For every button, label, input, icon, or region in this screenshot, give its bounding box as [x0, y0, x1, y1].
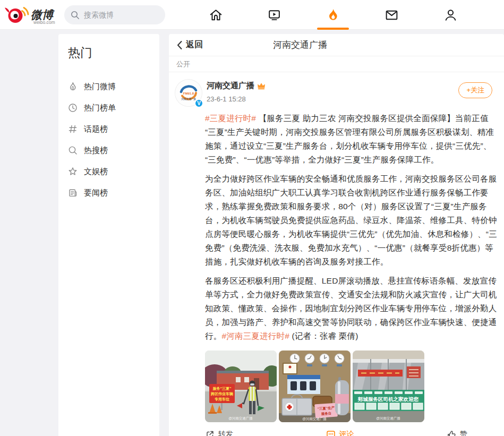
sidebar-item-label: 话题榜	[84, 124, 108, 134]
main-header: 返回 河南交通广播	[169, 34, 504, 56]
photo-watermark: @河南交通广播	[228, 416, 253, 421]
hash-icon	[68, 124, 78, 134]
post-image-grid: 服务“三夏” 跨区作业车辆 专用车位	[205, 350, 498, 422]
repost-icon	[205, 430, 215, 436]
mail-icon	[385, 8, 399, 22]
chevron-left-icon	[176, 40, 183, 50]
visibility-label: 公开	[169, 56, 504, 72]
like-icon	[447, 430, 456, 436]
sidebar-title: 热门	[58, 34, 159, 61]
post-photo-1[interactable]: 服务“三夏” 跨区作业车辆 专用车位	[205, 350, 277, 422]
page-title: 河南交通广播	[190, 39, 410, 51]
sidebar: 热门 热门微博 热门榜单	[58, 34, 159, 436]
svg-text:河南交通广播: 河南交通广播	[181, 97, 196, 101]
weibo-logo[interactable]: 微博 weibo.com	[4, 4, 63, 26]
sidebar-item-label: 热搜榜	[84, 146, 108, 156]
post-body: #三夏进行时# 【服务三夏 助力三农 河南交投服务区提供全面保障】当前正值“三夏…	[205, 112, 498, 343]
sidebar-item-label: 热门榜单	[84, 103, 116, 113]
post-action-bar: 转发 评论 赞	[205, 430, 467, 436]
repost-button[interactable]: 转发	[205, 430, 233, 436]
clock-icon	[68, 103, 78, 113]
verified-badge: V	[194, 99, 203, 108]
photo-sign-line: 服务“三夏”	[212, 387, 232, 391]
main-panel: 返回 河南交通广播 公开 FM91.8 河南交通广播 V 河南交通广播	[169, 34, 504, 436]
svg-text:FM91.8: FM91.8	[183, 92, 194, 95]
comment-icon	[326, 430, 336, 436]
profile-icon	[443, 8, 458, 22]
like-label: 赞	[460, 430, 467, 436]
search-icon	[68, 146, 78, 155]
sidebar-item-hot-search[interactable]: 热搜榜	[58, 140, 159, 161]
hashtag-link[interactable]: #河南三夏进行时#	[221, 331, 289, 340]
back-label: 返回	[186, 39, 203, 50]
sidebar-item-entertainment[interactable]: 文娱榜	[58, 161, 159, 182]
like-button[interactable]: 赞	[447, 430, 467, 436]
photo-watermark: @河南交通广播	[376, 416, 400, 421]
hashtag-link[interactable]: #三夏进行时#	[205, 114, 256, 123]
comment-button[interactable]: 评论	[326, 430, 354, 436]
sidebar-item-news[interactable]: 要闻榜	[58, 182, 159, 203]
weibo-logo-subtitle: weibo.com	[33, 20, 55, 25]
video-icon	[267, 8, 281, 22]
photo-watermark: @河南交通广播	[302, 417, 327, 421]
post-text: 为全力做好跨区作业车辆的安全畅通和优质服务工作，河南交投服务区公司各服务区、加油…	[205, 174, 497, 266]
post-text: 各服务区还积极利用广播提醒、LED屏滚动播放、悬挂宣传标语条幅、发放宣传单等方式…	[205, 276, 497, 340]
author-info: 河南交通广播 23-6-1 15:28	[207, 80, 266, 103]
photo-1-illustration: 服务“三夏” 跨区作业车辆 专用车位	[205, 350, 277, 422]
sidebar-item-label: 要闻榜	[84, 188, 108, 198]
post-photo-2[interactable]: “三夏”生产 服务台 @河南交通广播	[279, 350, 351, 422]
nav-hot[interactable]	[320, 0, 346, 30]
photo-2-illustration: “三夏”生产 服务台 @河南交通广播	[279, 350, 351, 422]
sidebar-item-hot-weibo[interactable]: 热门微博	[58, 76, 159, 97]
photo-banner-text: 郏城服务区司机之家欢迎您	[357, 396, 419, 402]
post-timestamp[interactable]: 23-6-1 15:28	[207, 95, 266, 103]
back-button[interactable]: 返回	[176, 39, 203, 50]
nav-messages[interactable]	[379, 0, 405, 30]
home-icon	[209, 8, 223, 22]
post-paragraph: 各服务区还积极利用广播提醒、LED屏滚动播放、悬挂宣传标语条幅、发放宣传单等方式…	[205, 274, 498, 343]
topbar: 微博 weibo.com	[0, 0, 504, 30]
post-text: (记者：张睿 栗倩)	[289, 331, 358, 340]
sidebar-item-topics[interactable]: 话题榜	[58, 118, 159, 140]
nav-home[interactable]	[203, 0, 228, 30]
repost-label: 转发	[218, 430, 233, 436]
post-paragraph: #三夏进行时# 【服务三夏 助力三农 河南交投服务区提供全面保障】当前正值“三夏…	[205, 112, 498, 167]
sidebar-item-label: 热门微博	[84, 82, 116, 92]
author-name[interactable]: 河南交通广播	[207, 81, 254, 91]
fire-icon	[326, 7, 340, 22]
photo-3-illustration: 郏城服务区司机之家欢迎您 @河南交通广播	[353, 350, 424, 422]
active-tab-underline	[317, 28, 349, 30]
avatar[interactable]: FM91.8 河南交通广播 V	[175, 80, 202, 106]
photo-sign-line: 跨区作业车辆	[210, 391, 233, 396]
weibo-eye-icon	[5, 7, 28, 23]
sidebar-item-hot-rankings[interactable]: 热门榜单	[58, 97, 159, 118]
sidebar-item-label: 文娱榜	[84, 167, 108, 177]
post-photo-3[interactable]: 郏城服务区司机之家欢迎您 @河南交通广播	[353, 350, 424, 422]
weibo-post: FM91.8 河南交通广播 V 河南交通广播 23-6-1 15:28 +关注 …	[169, 72, 504, 436]
weibo-logo-title: 微博	[31, 8, 55, 21]
search-input[interactable]	[84, 11, 153, 19]
follow-button[interactable]: +关注	[458, 82, 492, 98]
search-icon	[71, 11, 80, 20]
nav-profile[interactable]	[438, 0, 463, 30]
photo-sign-line: 专用车位	[214, 397, 229, 401]
search-box[interactable]	[64, 5, 165, 24]
top-navigation	[203, 0, 463, 30]
star-icon	[68, 167, 78, 176]
flame-icon	[68, 82, 78, 91]
comment-label: 评论	[339, 430, 354, 436]
crown-icon	[257, 82, 266, 90]
nav-video[interactable]	[262, 0, 287, 30]
sidebar-list: 热门微博 热门榜单 话题榜	[58, 76, 159, 203]
news-icon	[68, 188, 78, 198]
post-paragraph: 为全力做好跨区作业车辆的安全畅通和优质服务工作，河南交投服务区公司各服务区、加油…	[205, 172, 498, 269]
post-header: FM91.8 河南交通广播 V 河南交通广播 23-6-1 15:28 +关注	[175, 80, 498, 106]
